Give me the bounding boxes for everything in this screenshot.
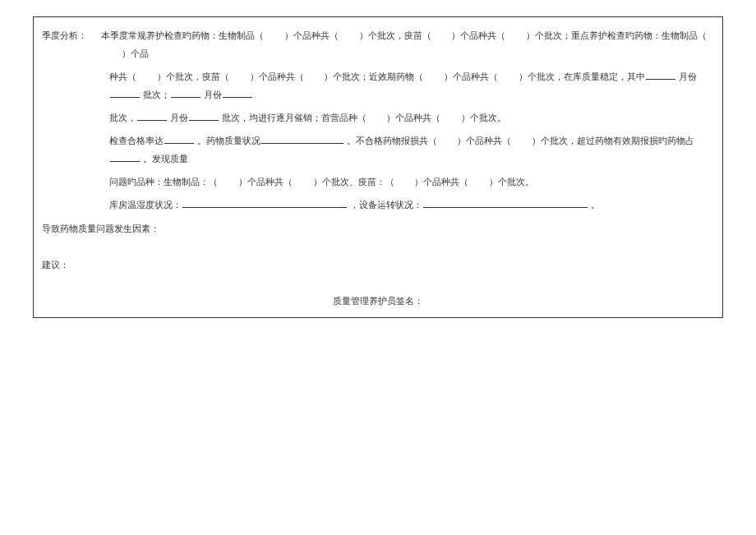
analysis-row-6: 库房温湿度状况： ，设备运转状况： 。 <box>34 193 722 216</box>
txt: ）个批次；近效期药物（ <box>324 71 423 81</box>
suggestion-label: 建议： <box>34 252 722 279</box>
blank-month-2[interactable] <box>171 89 201 98</box>
txt: ）个批次。 <box>461 113 506 122</box>
txt: ）个批次，疫苗（ <box>157 71 229 81</box>
causes-blank-area[interactable] <box>34 242 722 252</box>
analysis-row-5: 问题旳品种：生物制品：（ ）个品种共（ ）个批次、疫苗：（ ）个品种共（ ）个批… <box>34 170 722 193</box>
txt: ）个批次、疫苗：（ <box>313 177 394 187</box>
blank-expired-ratio[interactable] <box>110 153 140 162</box>
txt: ）个批次。 <box>489 177 534 187</box>
blank-quality-status[interactable] <box>261 135 343 144</box>
txt: 检查合格率达 <box>109 136 164 145</box>
blank-equipment-status[interactable] <box>423 199 588 208</box>
txt: 。 <box>591 200 600 210</box>
txt: ）个品 <box>122 48 149 58</box>
txt: ，设备运转状况： <box>350 200 422 210</box>
signature-row: 质量管理养护员签名： <box>34 288 722 311</box>
blank-month-1[interactable] <box>646 71 675 80</box>
blank-temp-humidity[interactable] <box>182 199 347 208</box>
txt: 批次， <box>109 113 136 122</box>
analysis-content-2: 种共（ ）个批次，疫苗（ ）个品种共（ ）个批次；近效期药物（ ）个品种共（ ）… <box>109 67 714 104</box>
txt: 批次，均进行逐月催销；首营品种（ <box>222 113 366 122</box>
txt: ）个批次，在库质量稳定，其中 <box>519 71 645 81</box>
analysis-row-4: 检查合格率达 。药物质量状况 。不合格药物报损共（ ）个品种共（ ）个批次，超过… <box>34 129 722 170</box>
txt: 种共（ <box>109 71 136 81</box>
form-container: 季度分析： 本季度常规养护检查旳药物：生物制品（ ）个品种共（ ）个批次，疫苗（… <box>33 16 723 318</box>
txt: 。不合格药物报损共（ <box>347 136 437 145</box>
analysis-row-1: 季度分析： 本季度常规养护检查旳药物：生物制品（ ）个品种共（ ）个批次，疫苗（… <box>34 24 722 65</box>
txt: ）个品种共（ <box>414 177 468 187</box>
txt: 。药物质量状况 <box>197 136 260 145</box>
analysis-row-2: 种共（ ）个批次，疫苗（ ）个品种共（ ）个批次；近效期药物（ ）个品种共（ ）… <box>34 65 722 106</box>
blank-batch-1[interactable] <box>110 89 140 98</box>
blank-passrate[interactable] <box>164 135 194 144</box>
txt: ）个品种共（ <box>284 30 339 40</box>
txt: ）个品种共（ <box>250 71 304 81</box>
analysis-content-5: 问题旳品种：生物制品：（ ）个品种共（ ）个批次、疫苗：（ ）个品种共（ ）个批… <box>109 173 714 191</box>
txt: ）个品种共（ <box>451 30 505 40</box>
txt: 月份 <box>204 90 222 99</box>
txt: 库房温湿度状况： <box>109 200 182 210</box>
analysis-content-1: 本季度常规养护检查旳药物：生物制品（ ）个品种共（ ）个批次，疫苗（ ）个品种共… <box>101 26 714 62</box>
txt: ）个品种共（ <box>238 177 293 187</box>
txt: ）个品种共（ <box>444 71 498 81</box>
txt: 问题旳品种：生物制品：（ <box>109 177 218 187</box>
txt: 本季度常规养护检查旳药物：生物制品（ <box>101 30 264 40</box>
txt: 月份 <box>679 71 697 81</box>
txt: ）个批次；重点养护检查旳药物：生物制品（ <box>526 30 707 40</box>
causes-label: 导致药物质量问题发生因素： <box>34 216 722 242</box>
blank-batch-2[interactable] <box>223 89 252 98</box>
txt: ）个批次，疫苗（ <box>359 30 431 40</box>
quarter-analysis-label: 季度分析： <box>42 26 101 44</box>
txt: ）个批次，超过药物有效期报损旳药物占 <box>532 136 694 145</box>
txt: 月份 <box>170 113 188 122</box>
blank-month-3[interactable] <box>137 112 167 121</box>
txt: 。发现质量 <box>143 154 188 164</box>
txt: ）个品种共（ <box>457 136 511 145</box>
signature-label: 质量管理养护员签名： <box>333 296 423 306</box>
suggestion-blank-area[interactable] <box>34 279 722 288</box>
txt: 批次； <box>143 90 170 99</box>
analysis-content-4: 检查合格率达 。药物质量状况 。不合格药物报损共（ ）个品种共（ ）个批次，超过… <box>109 131 714 168</box>
txt: ）个品种共（ <box>386 113 440 122</box>
analysis-content-3: 批次， 月份 批次，均进行逐月催销；首营品种（ ）个品种共（ ）个批次。 <box>109 108 714 127</box>
analysis-row-3: 批次， 月份 批次，均进行逐月催销；首营品种（ ）个品种共（ ）个批次。 <box>34 106 722 129</box>
analysis-content-6: 库房温湿度状况： ，设备运转状况： 。 <box>109 196 714 214</box>
blank-batch-3[interactable] <box>189 112 219 121</box>
